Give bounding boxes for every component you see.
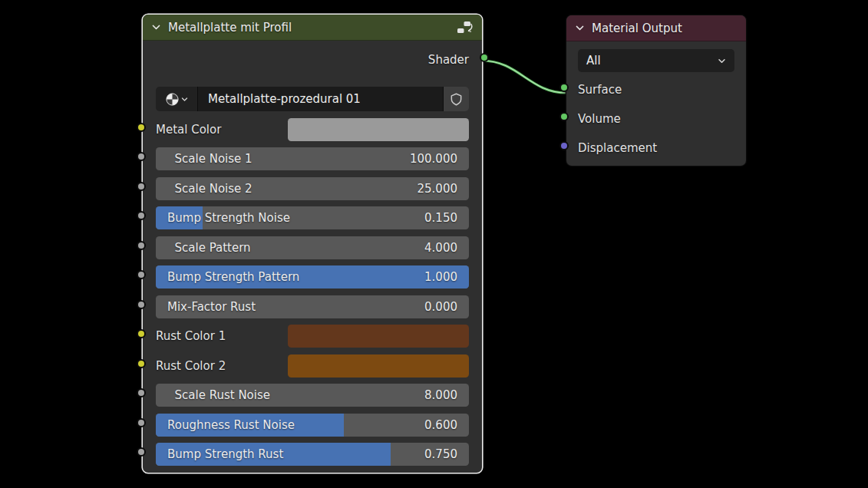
material-selector: Metallplatte-prozedural 01 xyxy=(156,87,469,111)
input-row-rust-color-2: Rust Color 2 xyxy=(156,354,469,378)
slider-label: Mix-Factor Rust xyxy=(167,300,256,314)
socket-mix-factor-rust[interactable] xyxy=(137,300,146,309)
link-shader-to-surface xyxy=(482,61,566,93)
browse-chevron-icon xyxy=(181,96,188,103)
slider-scale-noise-1[interactable]: Scale Noise 1 100.000 xyxy=(156,147,469,170)
socket-rust-color-1[interactable] xyxy=(137,329,146,338)
node-header[interactable]: Metallplatte mit Profil xyxy=(143,15,482,41)
input-row-roughness-rust-noise: Roughness Rust Noise 0.600 xyxy=(156,414,469,437)
input-label: Rust Color 2 xyxy=(156,359,288,373)
slider-label: Bump Strength Pattern xyxy=(167,270,299,284)
node-material-output[interactable]: Material Output All Surface Volume Displ… xyxy=(566,15,746,166)
input-row-displacement: Displacement xyxy=(566,137,746,160)
slider-value: 4.000 xyxy=(424,241,457,255)
slider-value: 100.000 xyxy=(410,152,457,166)
socket-bump-strength-rust[interactable] xyxy=(137,447,146,457)
slider-label: Scale Rust Noise xyxy=(167,388,270,402)
slider-roughness-rust-noise[interactable]: Roughness Rust Noise 0.600 xyxy=(156,414,469,437)
collapse-chevron-icon[interactable] xyxy=(151,22,161,32)
input-row-volume: Volume xyxy=(566,107,746,130)
slider-value: 25.000 xyxy=(417,182,458,196)
slider-label: Roughness Rust Noise xyxy=(167,418,295,432)
socket-rust-color-2[interactable] xyxy=(137,359,146,368)
slider-scale-noise-2[interactable]: Scale Noise 2 25.000 xyxy=(156,177,469,200)
socket-surface-input[interactable] xyxy=(559,83,569,92)
socket-bump-strength-noise[interactable] xyxy=(137,211,146,220)
slider-value: 0.600 xyxy=(424,418,457,432)
input-row-surface: Surface xyxy=(566,78,746,101)
slider-value: 8.000 xyxy=(424,388,457,402)
slider-label: Scale Noise 1 xyxy=(167,152,252,166)
target-dropdown[interactable]: All xyxy=(578,49,734,72)
input-row-bump-strength-rust: Bump Strength Rust 0.750 xyxy=(156,443,469,466)
slider-bump-strength-rust[interactable]: Bump Strength Rust 0.750 xyxy=(156,443,469,466)
node-metallplatte-mit-profil[interactable]: Metallplatte mit Profil Shader Metallpla… xyxy=(143,15,482,473)
socket-shader-output[interactable] xyxy=(480,53,489,62)
slider-value: 1.000 xyxy=(424,270,457,284)
input-label-surface: Surface xyxy=(578,83,622,97)
input-row-scale-rust-noise: Scale Rust Noise 8.000 xyxy=(156,384,469,407)
input-row-mix-factor-rust: Mix-Factor Rust 0.000 xyxy=(156,295,469,318)
node-title: Metallplatte mit Profil xyxy=(168,21,292,35)
input-row-rust-color-1: Rust Color 1 xyxy=(156,325,469,348)
link-shader-to-surface-highlight xyxy=(482,61,566,93)
shield-icon xyxy=(450,93,463,106)
output-label-shader: Shader xyxy=(428,53,469,67)
socket-scale-pattern[interactable] xyxy=(137,241,146,250)
dropdown-chevron-icon xyxy=(718,57,726,65)
input-row-scale-pattern: Scale Pattern 4.000 xyxy=(156,236,469,259)
input-row-metal-color: Metal Color xyxy=(156,118,469,141)
collapse-chevron-icon[interactable] xyxy=(575,23,585,33)
material-sphere-icon xyxy=(166,93,179,106)
socket-scale-rust-noise[interactable] xyxy=(137,388,146,397)
input-label: Metal Color xyxy=(156,123,288,137)
slider-label: Bump Strength Noise xyxy=(167,211,290,225)
slider-scale-rust-noise[interactable]: Scale Rust Noise 8.000 xyxy=(156,384,469,407)
input-row-scale-noise-1: Scale Noise 1 100.000 xyxy=(156,147,469,170)
socket-metal-color[interactable] xyxy=(137,123,146,132)
input-row-bump-strength-pattern: Bump Strength Pattern 1.000 xyxy=(156,265,469,289)
slider-scale-pattern[interactable]: Scale Pattern 4.000 xyxy=(156,236,469,259)
socket-roughness-rust-noise[interactable] xyxy=(137,418,146,427)
input-label-displacement: Displacement xyxy=(578,141,657,155)
socket-displacement-input[interactable] xyxy=(559,141,569,150)
input-row-scale-noise-2: Scale Noise 2 25.000 xyxy=(156,177,469,200)
material-browse-button[interactable] xyxy=(156,87,198,111)
node-header[interactable]: Material Output xyxy=(566,15,746,41)
color-swatch-rust-color-2[interactable] xyxy=(288,354,469,378)
output-row-shader: Shader xyxy=(156,48,469,71)
target-dropdown-value: All xyxy=(586,54,601,68)
node-title: Material Output xyxy=(592,21,682,35)
node-group-icon xyxy=(456,21,474,34)
slider-label: Scale Noise 2 xyxy=(167,182,252,196)
slider-value: 0.150 xyxy=(424,211,457,225)
slider-mix-factor-rust[interactable]: Mix-Factor Rust 0.000 xyxy=(156,295,469,318)
socket-scale-noise-2[interactable] xyxy=(137,182,146,191)
color-swatch-metal-color[interactable] xyxy=(288,118,469,141)
input-label-volume: Volume xyxy=(578,112,621,126)
slider-bump-strength-pattern[interactable]: Bump Strength Pattern 1.000 xyxy=(156,265,469,289)
fake-user-button[interactable] xyxy=(443,87,469,111)
color-swatch-rust-color-1[interactable] xyxy=(288,325,469,348)
input-label: Rust Color 1 xyxy=(156,329,288,343)
socket-scale-noise-1[interactable] xyxy=(137,152,146,161)
slider-value: 0.000 xyxy=(424,300,457,314)
slider-value: 0.750 xyxy=(424,447,457,461)
slider-label: Bump Strength Rust xyxy=(167,447,283,461)
material-name-field[interactable]: Metallplatte-prozedural 01 xyxy=(198,87,443,111)
slider-bump-strength-noise[interactable]: Bump Strength Noise 0.150 xyxy=(156,206,469,229)
socket-bump-strength-pattern[interactable] xyxy=(137,270,146,279)
slider-label: Scale Pattern xyxy=(167,241,251,255)
socket-volume-input[interactable] xyxy=(559,112,569,121)
input-row-bump-strength-noise: Bump Strength Noise 0.150 xyxy=(156,206,469,229)
